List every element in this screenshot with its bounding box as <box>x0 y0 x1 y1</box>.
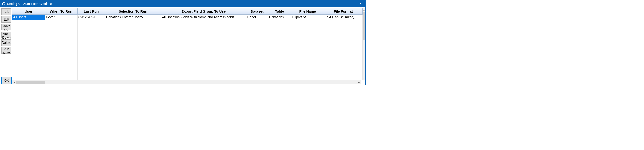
table-viewport: User When To Run Last Run Selection To R… <box>12 8 363 80</box>
close-icon <box>359 2 361 5</box>
window-title: Setting Up Auto-Export Actions <box>7 2 52 6</box>
grid-wrap: User When To Run Last Run Selection To R… <box>12 8 365 84</box>
svg-rect-1 <box>348 3 350 5</box>
cell-last-run: 05/12/2024 <box>77 14 105 20</box>
cell-file-name: Export.txt <box>291 14 324 20</box>
cell-selection: Donations Entered Today <box>105 14 161 20</box>
hscroll-thumb[interactable] <box>16 81 44 84</box>
ok-button[interactable]: OK <box>2 77 11 84</box>
move-down-button[interactable]: Move Down <box>2 32 11 38</box>
minimize-icon <box>337 2 340 5</box>
maximize-button[interactable] <box>344 0 355 7</box>
col-file-name[interactable]: File Name <box>291 8 324 14</box>
close-button[interactable] <box>355 0 366 7</box>
col-dataset[interactable]: Dataset <box>246 8 268 14</box>
col-field-group[interactable]: Export Field Group To Use <box>161 8 246 14</box>
col-file-format[interactable]: File Format <box>324 8 363 14</box>
col-when[interactable]: When To Run <box>45 8 78 14</box>
titlebar: Setting Up Auto-Export Actions <box>0 0 366 7</box>
cell-dataset: Donor <box>246 14 268 20</box>
minimize-button[interactable] <box>333 0 344 7</box>
maximize-icon <box>348 2 350 5</box>
window-frame: Setting Up Auto-Export Actions Add Edit … <box>0 0 366 85</box>
cell-field-group: All Donation Fields With Name and Addres… <box>161 14 246 20</box>
move-up-button[interactable]: Move Up <box>2 24 11 30</box>
empty-area <box>12 20 363 80</box>
grid-scroll: User When To Run Last Run Selection To R… <box>12 8 365 80</box>
cell-user: All Users <box>12 14 45 20</box>
app-icon <box>2 2 6 5</box>
scroll-up-icon[interactable]: ▲ <box>363 8 365 12</box>
scroll-down-icon[interactable]: ▼ <box>363 76 365 80</box>
delete-button[interactable]: Delete <box>2 39 11 46</box>
cell-when: Never <box>45 14 78 20</box>
table-row[interactable]: All Users Never 05/12/2024 Donations Ent… <box>12 14 363 20</box>
col-last-run[interactable]: Last Run <box>77 8 105 14</box>
cell-table: Donations <box>268 14 291 20</box>
edit-button[interactable]: Edit <box>2 16 11 23</box>
vscroll-track[interactable] <box>363 40 365 76</box>
client-area: Add Edit Move Up Move Down Delete Run No… <box>0 7 366 85</box>
scroll-right-icon[interactable]: ► <box>357 80 361 84</box>
sidebar: Add Edit Move Up Move Down Delete Run No… <box>1 8 12 84</box>
vertical-scrollbar[interactable]: ▲ ▼ <box>363 8 365 80</box>
vscroll-thumb[interactable] <box>363 12 364 40</box>
horizontal-scrollbar[interactable]: ◄ ► <box>12 80 361 84</box>
cell-file-format: Text (Tab-Delimited) <box>324 14 363 20</box>
scroll-left-icon[interactable]: ◄ <box>12 80 16 84</box>
col-user[interactable]: User <box>12 8 45 14</box>
col-selection[interactable]: Selection To Run <box>105 8 161 14</box>
header-row: User When To Run Last Run Selection To R… <box>12 8 363 14</box>
col-table[interactable]: Table <box>268 8 291 14</box>
actions-table: User When To Run Last Run Selection To R… <box>12 8 363 80</box>
run-now-button[interactable]: Run Now <box>2 47 11 54</box>
add-button[interactable]: Add <box>2 8 11 15</box>
